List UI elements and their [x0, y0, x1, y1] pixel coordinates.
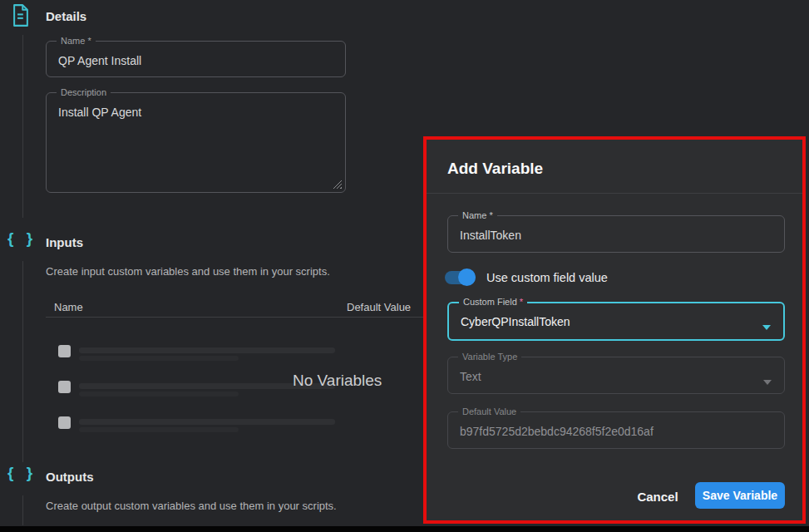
braces-icon: { } — [7, 464, 37, 482]
description-field-label: Description — [57, 87, 111, 98]
details-section-title: Details — [46, 9, 86, 23]
default-value-label: Default Value — [458, 406, 520, 417]
description-field-value: Install QP Agent — [58, 106, 345, 119]
inputs-section-title: Inputs — [46, 235, 83, 249]
save-variable-button[interactable]: Save Variable — [695, 482, 785, 509]
variable-name-label: Name * — [458, 210, 497, 221]
section-connector-line — [22, 261, 23, 462]
braces-icon: { } — [7, 229, 37, 248]
skeleton-line — [79, 347, 335, 353]
custom-field-select[interactable]: Custom Field * CyberQPInstallToken — [447, 297, 785, 341]
column-header-name: Name — [54, 301, 83, 313]
cancel-button[interactable]: Cancel — [626, 484, 689, 509]
skeleton-line — [79, 356, 239, 361]
textarea-resize-handle[interactable] — [333, 180, 342, 189]
default-value-field: Default Value b97fd5725d2bebdc94268f5f2e… — [447, 406, 785, 449]
skeleton-checkbox — [58, 416, 71, 429]
add-variable-dialog: Add Variable Name * InstallToken Use cus… — [423, 136, 806, 524]
chevron-down-icon — [762, 325, 771, 330]
empty-state-text: No Variables — [293, 372, 382, 390]
skeleton-checkbox — [58, 345, 71, 357]
skeleton-line — [79, 392, 239, 397]
name-field[interactable]: Name * QP Agent Install — [46, 36, 346, 77]
name-field-value: QP Agent Install — [58, 54, 345, 67]
variable-name-field[interactable]: Name * InstallToken — [447, 210, 785, 253]
variable-type-select: Variable Type Text — [447, 352, 785, 394]
bottom-edge-bar — [0, 526, 809, 532]
skeleton-line — [79, 427, 239, 432]
custom-field-value: CyberQPInstallToken — [461, 315, 783, 328]
variable-type-label: Variable Type — [458, 352, 521, 362]
outputs-section-subtitle: Create output custom variables and use t… — [46, 500, 337, 512]
chevron-down-icon — [763, 380, 772, 385]
variable-type-value: Text — [460, 370, 784, 383]
custom-field-label: Custom Field * — [459, 297, 527, 308]
variable-name-value: InstallToken — [460, 229, 784, 242]
table-header-divider — [46, 317, 423, 318]
name-field-label: Name * — [57, 36, 96, 47]
skeleton-checkbox — [58, 381, 71, 393]
dialog-title: Add Variable — [447, 160, 543, 178]
document-icon — [11, 4, 31, 30]
outputs-section-title: Outputs — [46, 470, 94, 484]
toggle-label: Use custom field value — [486, 271, 608, 284]
column-header-default-value: Default Value — [347, 301, 411, 313]
section-connector-line — [22, 495, 23, 525]
description-field[interactable]: Description Install QP Agent — [46, 87, 346, 193]
section-connector-line — [22, 35, 23, 218]
dialog-header-divider — [427, 193, 802, 194]
toggle-thumb — [458, 268, 476, 286]
skeleton-line — [79, 419, 335, 425]
inputs-section-subtitle: Create input custom variables and use th… — [46, 265, 330, 278]
default-value-value: b97fd5725d2bebdc94268f5f2e0d16af — [460, 425, 784, 438]
